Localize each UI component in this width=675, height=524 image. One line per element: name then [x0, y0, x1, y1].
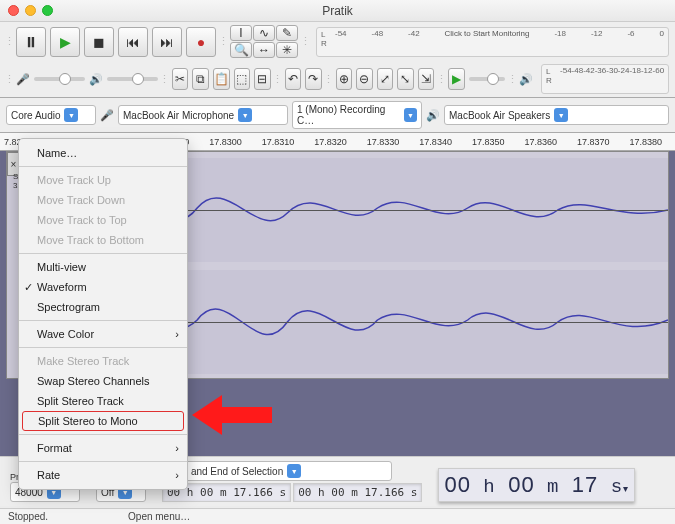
undo-button[interactable]: ↶: [285, 68, 302, 90]
play-button[interactable]: ▶: [50, 27, 80, 57]
grip[interactable]: [162, 68, 168, 90]
menu-wave-color[interactable]: Wave Color: [19, 324, 187, 344]
playback-volume-slider[interactable]: [107, 77, 158, 81]
status-hint: Open menu…: [128, 511, 190, 522]
menu-make-stereo: Make Stereo Track: [19, 351, 187, 371]
speaker-icon: 🔊: [519, 73, 533, 86]
grip[interactable]: [302, 31, 308, 53]
selection-tool[interactable]: I: [230, 25, 252, 41]
playback-speed-slider[interactable]: [469, 77, 505, 81]
selection-end-field[interactable]: 00 h 00 m 17.166 s: [293, 483, 422, 502]
status-state: Stopped.: [8, 511, 48, 522]
skip-end-button[interactable]: ⏭: [152, 27, 182, 57]
menu-split-stereo[interactable]: Split Stereo Track: [19, 391, 187, 411]
zoom-tool[interactable]: 🔍: [230, 42, 252, 58]
menu-swap-channels[interactable]: Swap Stereo Channels: [19, 371, 187, 391]
draw-tool[interactable]: ✎: [276, 25, 298, 41]
grip[interactable]: [6, 68, 12, 90]
menu-move-top: Move Track to Top: [19, 210, 187, 230]
speaker-icon: 🔊: [426, 109, 440, 122]
play-at-speed-button[interactable]: ▶: [448, 68, 465, 90]
stop-button[interactable]: ◼: [84, 27, 114, 57]
waveform-left-channel[interactable]: [107, 158, 668, 262]
status-bar: Stopped. Open menu…: [0, 508, 675, 524]
waveform-right-channel[interactable]: [107, 270, 668, 374]
zoom-toggle-button[interactable]: ⇲: [418, 68, 435, 90]
menu-multiview[interactable]: Multi-view: [19, 257, 187, 277]
fit-project-button[interactable]: ⤡: [397, 68, 414, 90]
pause-button[interactable]: ⏸: [16, 27, 46, 57]
menu-name[interactable]: Name…: [19, 143, 187, 163]
grip[interactable]: [326, 68, 332, 90]
annotation-arrow: [192, 390, 272, 440]
toolbar-area: ⏸ ▶ ◼ ⏮ ⏭ ● I ∿ ✎ 🔍 ↔ ✳ LR -54-48-42 Cli…: [0, 22, 675, 98]
grip[interactable]: [6, 31, 12, 53]
copy-button[interactable]: ⧉: [192, 68, 209, 90]
speaker-icon: 🔊: [89, 73, 103, 86]
record-button[interactable]: ●: [186, 27, 216, 57]
window-title: Pratik: [0, 4, 675, 18]
envelope-tool[interactable]: ∿: [253, 25, 275, 41]
menu-move-down: Move Track Down: [19, 190, 187, 210]
redo-button[interactable]: ↷: [305, 68, 322, 90]
paste-button[interactable]: 📋: [213, 68, 230, 90]
recording-device-select[interactable]: MacBook Air Microphone▼: [118, 105, 288, 125]
recording-meter[interactable]: LR -54-48-42 Click to Start Monitoring -…: [316, 27, 669, 57]
audio-host-select[interactable]: Core Audio▼: [6, 105, 96, 125]
audio-position-field[interactable]: 00 h 00 m 17 s▾: [438, 468, 635, 502]
zoom-out-button[interactable]: ⊖: [356, 68, 373, 90]
menu-spectrogram[interactable]: Spectrogram: [19, 297, 187, 317]
recording-volume-slider[interactable]: [34, 77, 85, 81]
menu-move-bottom: Move Track to Bottom: [19, 230, 187, 250]
mic-icon: 🎤: [100, 109, 114, 122]
skip-start-button[interactable]: ⏮: [118, 27, 148, 57]
silence-button[interactable]: ⊟: [254, 68, 271, 90]
window-titlebar: Pratik: [0, 0, 675, 22]
selection-mode-select[interactable]: Start and End of Selection▼: [162, 461, 392, 481]
menu-split-stereo-to-mono[interactable]: Split Stereo to Mono: [22, 411, 184, 431]
grip[interactable]: [509, 68, 515, 90]
playback-meter[interactable]: LR -54-48-42-36-30-24-18-12-60: [541, 64, 669, 94]
timeshift-tool[interactable]: ↔: [253, 42, 275, 58]
recording-channels-select[interactable]: 1 (Mono) Recording C…▼: [292, 101, 422, 129]
device-toolbar: Core Audio▼ 🎤 MacBook Air Microphone▼ 1 …: [0, 98, 675, 133]
zoom-in-button[interactable]: ⊕: [336, 68, 353, 90]
grip[interactable]: [438, 68, 444, 90]
mic-icon: 🎤: [16, 73, 30, 86]
menu-rate[interactable]: Rate: [19, 465, 187, 485]
menu-waveform[interactable]: Waveform: [19, 277, 187, 297]
multi-tool[interactable]: ✳: [276, 42, 298, 58]
fit-selection-button[interactable]: ⤢: [377, 68, 394, 90]
track-context-menu: Name… Move Track Up Move Track Down Move…: [18, 138, 188, 490]
playback-device-select[interactable]: MacBook Air Speakers▼: [444, 105, 669, 125]
trim-button[interactable]: ⬚: [234, 68, 251, 90]
menu-format[interactable]: Format: [19, 438, 187, 458]
grip[interactable]: [220, 31, 226, 53]
cut-button[interactable]: ✂: [172, 68, 189, 90]
grip[interactable]: [275, 68, 281, 90]
svg-marker-0: [192, 395, 272, 435]
menu-move-up: Move Track Up: [19, 170, 187, 190]
